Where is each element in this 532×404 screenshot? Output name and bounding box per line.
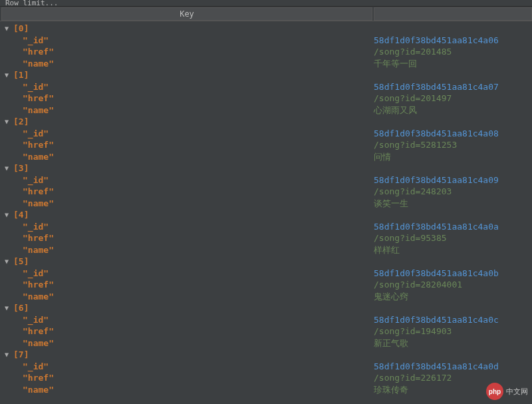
tree-leaf[interactable]: ▼"name"问情 (0, 151, 532, 163)
node-index: [7] (13, 349, 29, 361)
tree-leaf[interactable]: ▼"name"新正气歌 (0, 337, 532, 349)
tree-leaf[interactable]: ▼"_id"58df1d0f38bd451aa81c4a0c (0, 314, 532, 326)
field-value: 58df1d0f38bd451aa81c4a09 (374, 175, 499, 185)
field-value: 58df1d0f38bd451aa81c4a0d (374, 361, 499, 371)
field-value: /song?id=28204001 (374, 280, 462, 290)
column-header-key[interactable]: Key (1, 7, 372, 21)
expand-toggle-icon[interactable]: ▼ (3, 351, 11, 359)
tree-node[interactable]: ▼[7] (0, 349, 532, 361)
tree-leaf[interactable]: ▼"name"鬼迷心窍 (0, 291, 532, 303)
field-key: "href" (23, 93, 54, 104)
field-key: "name" (23, 291, 54, 303)
field-value: /song?id=5281253 (374, 140, 457, 150)
field-value: 鬼迷心窍 (374, 292, 408, 302)
watermark-badge: php (486, 383, 503, 400)
tree-node[interactable]: ▼[4] (0, 209, 532, 221)
field-key: "name" (23, 58, 54, 70)
field-key: "name" (23, 198, 54, 210)
expand-toggle-icon[interactable]: ▼ (3, 118, 11, 126)
column-header-key-label: Key (180, 9, 194, 19)
field-value: 58df1d0f38bd451aa81c4a0c (374, 315, 499, 325)
expand-toggle-icon[interactable]: ▼ (3, 71, 11, 79)
field-key: "href" (23, 279, 54, 291)
field-value: 58df1d0f38bd451aa81c4a08 (374, 128, 499, 138)
node-index: [0] (13, 23, 29, 35)
tree-node[interactable]: ▼[2] (0, 116, 532, 128)
field-value: /song?id=248203 (374, 186, 452, 196)
field-value: /song?id=95385 (374, 233, 447, 243)
field-value: 心湖雨又风 (374, 105, 417, 115)
field-key: "href" (23, 232, 54, 244)
tree-leaf[interactable]: ▼"_id"58df1d0f38bd451aa81c4a08 (0, 128, 532, 140)
tree-leaf[interactable]: ▼"name"珍珠传奇 (0, 384, 532, 396)
field-value: 珍珠传奇 (374, 385, 408, 395)
tree-leaf[interactable]: ▼"href"/song?id=28204001 (0, 279, 532, 291)
tree-leaf[interactable]: ▼"href"/song?id=226172 (0, 372, 532, 384)
watermark: php 中文网 (486, 383, 528, 400)
field-key: "_id" (23, 35, 49, 47)
node-index: [6] (13, 302, 29, 314)
field-value: /song?id=226172 (374, 373, 452, 383)
field-value: 新正气歌 (374, 338, 408, 348)
field-key: "_id" (23, 314, 49, 326)
field-key: "name" (23, 104, 54, 116)
tree-node[interactable]: ▼[0] (0, 23, 532, 35)
field-key: "name" (23, 151, 54, 163)
tree-leaf[interactable]: ▼"href"/song?id=95385 (0, 232, 532, 244)
field-key: "_id" (23, 361, 49, 373)
field-value: 样样红 (374, 245, 400, 255)
field-value: 谈笑一生 (374, 198, 408, 208)
tree-leaf[interactable]: ▼"href"/song?id=194903 (0, 325, 532, 337)
tree-leaf[interactable]: ▼"href"/song?id=201497 (0, 93, 532, 104)
field-value: 千年等一回 (374, 59, 417, 69)
expand-toggle-icon[interactable]: ▼ (3, 211, 11, 219)
field-value: 58df1d0f38bd451aa81c4a0a (374, 222, 499, 232)
expand-toggle-icon[interactable]: ▼ (3, 164, 11, 172)
tree-leaf[interactable]: ▼"href"/song?id=201485 (0, 46, 532, 58)
expand-toggle-icon[interactable]: ▼ (3, 258, 11, 266)
node-index: [2] (13, 116, 29, 128)
column-header-row: Key (0, 7, 532, 21)
expand-toggle-icon[interactable]: ▼ (3, 25, 11, 33)
node-index: [5] (13, 256, 29, 268)
tree-leaf[interactable]: ▼"_id"58df1d0f38bd451aa81c4a06 (0, 35, 532, 47)
expand-toggle-icon[interactable]: ▼ (3, 304, 11, 312)
column-header-value[interactable] (374, 7, 532, 21)
tree-node[interactable]: ▼[6] (0, 302, 532, 314)
row-limit-label: Row limit... (5, 0, 58, 7)
tree-node[interactable]: ▼[3] (0, 162, 532, 174)
tree-leaf[interactable]: ▼"_id"58df1d0f38bd451aa81c4a09 (0, 174, 532, 186)
field-key: "_id" (23, 268, 49, 280)
field-value: 58df1d0f38bd451aa81c4a06 (374, 35, 499, 45)
tree-node[interactable]: ▼[1] (0, 69, 532, 81)
node-index: [4] (13, 209, 29, 221)
tree-node[interactable]: ▼[5] (0, 256, 532, 268)
toolbar: Row limit... (0, 0, 532, 7)
field-value: /song?id=201497 (374, 93, 452, 103)
watermark-text: 中文网 (506, 387, 528, 397)
field-key: "_id" (23, 221, 49, 233)
tree-leaf[interactable]: ▼"href"/song?id=5281253 (0, 139, 532, 151)
field-key: "href" (23, 186, 54, 198)
field-key: "_id" (23, 81, 49, 93)
field-key: "href" (23, 325, 54, 337)
field-key: "name" (23, 384, 54, 396)
tree-leaf[interactable]: ▼"_id"58df1d0f38bd451aa81c4a0b (0, 268, 532, 280)
node-index: [1] (13, 69, 29, 81)
tree-leaf[interactable]: ▼"name"样样红 (0, 244, 532, 256)
tree-leaf[interactable]: ▼"href"/song?id=248203 (0, 186, 532, 198)
field-value: /song?id=201485 (374, 47, 452, 57)
tree-leaf[interactable]: ▼"name"千年等一回 (0, 58, 532, 70)
field-key: "_id" (23, 174, 49, 186)
field-value: /song?id=194903 (374, 326, 452, 336)
tree-leaf[interactable]: ▼"_id"58df1d0f38bd451aa81c4a0a (0, 221, 532, 233)
field-value: 58df1d0f38bd451aa81c4a0b (374, 268, 499, 278)
tree-leaf[interactable]: ▼"name"谈笑一生 (0, 198, 532, 210)
node-index: [3] (13, 162, 29, 174)
field-key: "_id" (23, 128, 49, 140)
tree-leaf[interactable]: ▼"name"心湖雨又风 (0, 104, 532, 116)
field-key: "href" (23, 372, 54, 384)
field-key: "name" (23, 337, 54, 349)
tree-leaf[interactable]: ▼"_id"58df1d0f38bd451aa81c4a0d (0, 361, 532, 373)
tree-leaf[interactable]: ▼"_id"58df1d0f38bd451aa81c4a07 (0, 81, 532, 93)
